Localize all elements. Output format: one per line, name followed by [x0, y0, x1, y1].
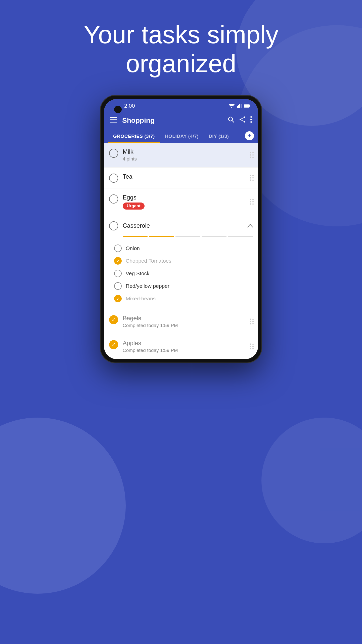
svg-rect-6: [249, 105, 250, 107]
sub-item-pepper-title: Red/yellow pepper: [126, 283, 169, 289]
menu-icon[interactable]: [110, 116, 117, 124]
apples-drag-handle[interactable]: [250, 344, 254, 349]
tea-content: Tea: [123, 173, 253, 180]
battery-icon: [244, 104, 250, 108]
hero-text: Your tasks simply organized: [0, 20, 362, 78]
milk-title: Milk: [123, 148, 253, 155]
bg-decoration-4: [261, 418, 362, 543]
svg-line-16: [241, 118, 244, 119]
app-toolbar: Shopping: [104, 112, 258, 129]
list-item-casserole: Casserole: [104, 215, 258, 309]
checkbox-apples[interactable]: ✓: [109, 340, 118, 349]
list-item-bagels: ✓ Bagels Completed today 1:59 PM: [104, 309, 258, 334]
svg-line-12: [232, 120, 234, 123]
progress-bar-1: [123, 236, 148, 237]
tea-drag-handle[interactable]: [250, 175, 254, 181]
progress-bar-2: [149, 236, 174, 237]
sub-checkbox-onion[interactable]: [114, 245, 122, 252]
list-item-eggs: Eggs Urgent: [104, 188, 258, 215]
phone-screen: 2:00: [104, 99, 258, 359]
sub-checkbox-pepper[interactable]: [114, 282, 122, 290]
add-tab-button[interactable]: +: [245, 131, 254, 140]
apples-content: Apples Completed today 1:59 PM: [123, 340, 253, 353]
signal-icon: [237, 104, 242, 108]
progress-bar-5: [228, 236, 253, 237]
eggs-content: Eggs Urgent: [123, 194, 253, 210]
hamburger-icon: [110, 117, 117, 123]
status-icons: [229, 104, 250, 108]
eggs-title: Eggs: [123, 194, 253, 201]
svg-point-19: [250, 119, 252, 120]
share-icon[interactable]: [239, 116, 245, 125]
search-icon[interactable]: [228, 116, 234, 125]
casserole-header: Casserole: [104, 215, 258, 236]
sub-item-tomatoes: ✓ Chopped Tomatoes: [114, 255, 258, 267]
tab-holiday[interactable]: HOLIDAY (4/7): [160, 129, 204, 143]
list-item-milk: Milk 4 pints: [104, 143, 258, 168]
sub-checkbox-vegstock[interactable]: [114, 270, 122, 277]
phone-mockup: 2:00: [101, 96, 261, 363]
svg-rect-9: [110, 119, 117, 120]
list-item-tea: Tea: [104, 168, 258, 188]
svg-point-0: [231, 107, 232, 108]
urgent-badge: Urgent: [123, 203, 145, 210]
svg-point-14: [240, 119, 241, 120]
bagels-title: Bagels: [123, 315, 253, 322]
svg-rect-7: [244, 105, 249, 107]
checkbox-casserole[interactable]: [109, 221, 118, 230]
checkbox-milk[interactable]: [109, 149, 118, 158]
sub-item-vegstock: Veg Stock: [114, 267, 258, 280]
svg-point-20: [250, 121, 252, 123]
milk-drag-handle[interactable]: [250, 152, 254, 158]
svg-point-18: [250, 116, 252, 118]
casserole-sub-items: Onion ✓ Chopped Tomatoes Veg Stock: [104, 240, 258, 309]
milk-subtitle: 4 pints: [123, 156, 253, 162]
phone-frame: 2:00: [101, 96, 261, 363]
tab-diy[interactable]: DIY (1/3): [204, 129, 234, 143]
bagels-drag-handle[interactable]: [250, 319, 254, 325]
checkbox-eggs[interactable]: [109, 194, 118, 204]
apples-title: Apples: [123, 340, 253, 347]
sub-item-onion-title: Onion: [126, 245, 140, 251]
collapse-button[interactable]: [247, 222, 253, 229]
wifi-icon: [229, 104, 235, 108]
svg-line-17: [241, 120, 244, 121]
task-list: Milk 4 pints Tea: [104, 143, 258, 359]
tab-groceries[interactable]: GROCERIES (3/7): [108, 129, 160, 143]
status-time: 2:00: [124, 103, 135, 109]
svg-point-15: [244, 121, 245, 123]
checkbox-tea[interactable]: [109, 174, 118, 183]
sub-item-onion: Onion: [114, 242, 258, 255]
status-bar: 2:00: [104, 99, 258, 112]
svg-point-13: [244, 116, 245, 118]
apples-completed: Completed today 1:59 PM: [123, 348, 253, 353]
sub-item-beans-title: Mixed beans: [126, 296, 156, 302]
camera-notch: [114, 106, 122, 113]
milk-content: Milk 4 pints: [123, 148, 253, 162]
casserole-progress: [118, 236, 258, 237]
sub-item-vegstock-title: Veg Stock: [126, 270, 150, 276]
sub-item-tomatoes-title: Chopped Tomatoes: [126, 258, 171, 264]
tea-title: Tea: [123, 173, 253, 180]
bg-decoration-3: [0, 418, 126, 594]
list-item-apples: ✓ Apples Completed today 1:59 PM: [104, 334, 258, 359]
casserole-title: Casserole: [123, 222, 150, 229]
more-icon[interactable]: [250, 116, 252, 125]
checkbox-bagels[interactable]: ✓: [109, 315, 118, 324]
tab-bar: GROCERIES (3/7) HOLIDAY (4/7) DIY (1/3) …: [104, 129, 258, 143]
sub-item-beans: ✓ Mixed beans: [114, 292, 258, 305]
svg-rect-3: [239, 104, 240, 108]
hero-line1: Your tasks simply: [30, 20, 332, 49]
svg-rect-2: [238, 105, 239, 108]
bagels-content: Bagels Completed today 1:59 PM: [123, 315, 253, 328]
sub-item-pepper: Red/yellow pepper: [114, 280, 258, 292]
eggs-drag-handle[interactable]: [250, 199, 254, 205]
svg-rect-4: [241, 104, 242, 108]
hero-line2: organized: [30, 49, 332, 78]
toolbar-title: Shopping: [122, 116, 223, 125]
sub-checkbox-tomatoes[interactable]: ✓: [114, 257, 122, 265]
svg-rect-8: [110, 117, 117, 118]
progress-bar-3: [175, 236, 200, 237]
sub-checkbox-beans[interactable]: ✓: [114, 295, 122, 302]
progress-bar-4: [202, 236, 227, 237]
